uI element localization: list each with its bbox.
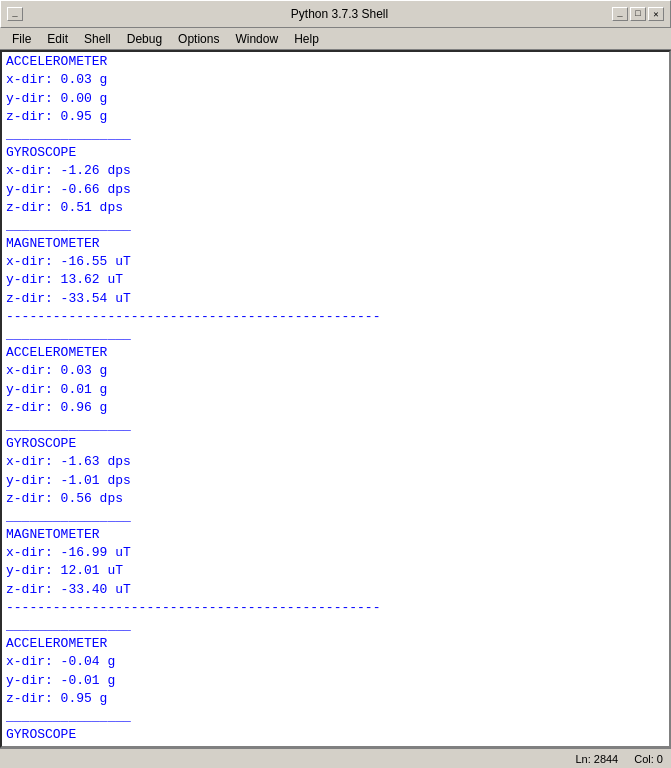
shell-line: ----------------------------------------… (6, 308, 665, 326)
shell-line: z-dir: -33.54 uT (6, 290, 665, 308)
shell-line: x-dir: -1.63 dps (6, 453, 665, 471)
shell-line: GYROSCOPE (6, 726, 665, 744)
minimize-button[interactable]: _ (7, 7, 23, 21)
title-bar: _ Python 3.7.3 Shell _ □ ✕ (0, 0, 671, 28)
shell-line: ACCELEROMETER (6, 635, 665, 653)
shell-line: x-dir: 0.03 g (6, 71, 665, 89)
shell-line: z-dir: 0.96 g (6, 399, 665, 417)
shell-line: ----------------------------------------… (6, 599, 665, 617)
shell-line: MAGNETOMETER (6, 526, 665, 544)
shell-line: ________________ (6, 508, 665, 526)
close-button[interactable]: ✕ (648, 7, 664, 21)
shell-line: ________________ (6, 126, 665, 144)
menu-item-options[interactable]: Options (170, 30, 227, 48)
shell-line: GYROSCOPE (6, 144, 665, 162)
shell-line: x-dir: 0.03 g (6, 362, 665, 380)
shell-line: y-dir: 0.00 g (6, 90, 665, 108)
shell-line: y-dir: -1.01 dps (6, 472, 665, 490)
shell-line: y-dir: 12.01 uT (6, 562, 665, 580)
shell-line: ________________ (6, 617, 665, 635)
minimize-button-right[interactable]: _ (612, 7, 628, 21)
shell-line: ________________ (6, 417, 665, 435)
shell-output[interactable]: ----------------------------------------… (2, 52, 669, 746)
menu-bar: FileEditShellDebugOptionsWindowHelp (0, 28, 671, 50)
shell-line: y-dir: 0.01 g (6, 381, 665, 399)
menu-item-debug[interactable]: Debug (119, 30, 170, 48)
shell-line: z-dir: 0.95 g (6, 690, 665, 708)
window-title: Python 3.7.3 Shell (67, 7, 612, 21)
menu-item-file[interactable]: File (4, 30, 39, 48)
shell-line: ACCELEROMETER (6, 53, 665, 71)
shell-line: z-dir: -33.40 uT (6, 581, 665, 599)
shell-line: z-dir: 0.51 dps (6, 199, 665, 217)
menu-item-help[interactable]: Help (286, 30, 327, 48)
menu-item-edit[interactable]: Edit (39, 30, 76, 48)
menu-item-window[interactable]: Window (227, 30, 286, 48)
shell-line: y-dir: -0.66 dps (6, 181, 665, 199)
column-number: Col: 0 (634, 753, 663, 765)
shell-line: x-dir: -16.99 uT (6, 544, 665, 562)
shell-line: GYROSCOPE (6, 435, 665, 453)
line-number: Ln: 2844 (575, 753, 618, 765)
menu-item-shell[interactable]: Shell (76, 30, 119, 48)
shell-line: ACCELEROMETER (6, 344, 665, 362)
maximize-button[interactable]: □ (630, 7, 646, 21)
status-bar: Ln: 2844 Col: 0 (0, 748, 671, 768)
shell-line: x-dir: -1.26 dps (6, 162, 665, 180)
shell-line: x-dir: -16.55 uT (6, 253, 665, 271)
shell-line: z-dir: 0.95 g (6, 108, 665, 126)
shell-line: ________________ (6, 326, 665, 344)
shell-line: MAGNETOMETER (6, 235, 665, 253)
shell-container: ----------------------------------------… (0, 50, 671, 748)
shell-line: z-dir: 0.56 dps (6, 490, 665, 508)
shell-line: y-dir: -0.01 g (6, 672, 665, 690)
shell-line: y-dir: 13.62 uT (6, 271, 665, 289)
shell-line: ________________ (6, 708, 665, 726)
shell-line: x-dir: -0.04 g (6, 653, 665, 671)
shell-line: ________________ (6, 217, 665, 235)
